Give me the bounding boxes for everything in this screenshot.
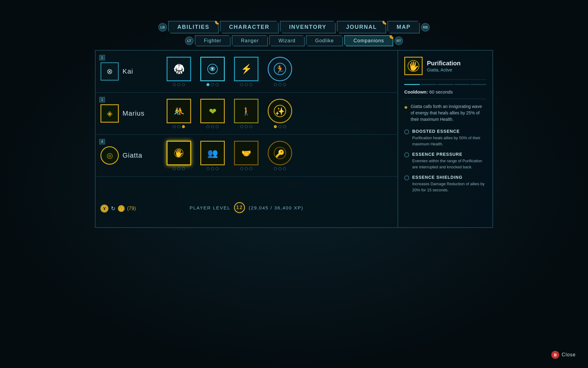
giatta-ability-2-icon: 👥 bbox=[200, 141, 225, 165]
pip bbox=[274, 83, 277, 86]
rt-button[interactable]: RT bbox=[394, 36, 403, 45]
pip bbox=[206, 125, 209, 128]
pip bbox=[245, 167, 248, 170]
companion-row-giatta: 4 ◎ Giatta 🖐 bbox=[96, 135, 398, 177]
upgrade-desc-1: Enemies within the range of Purification… bbox=[412, 158, 486, 170]
kai-ability-3-pips bbox=[240, 83, 252, 86]
pip bbox=[278, 125, 281, 128]
upgrade-essence-pressure[interactable]: ESSENCE PRESSURE Enemies within the rang… bbox=[404, 152, 486, 170]
pip bbox=[173, 167, 176, 170]
pip bbox=[173, 83, 176, 86]
marius-ability-2[interactable]: ❤ bbox=[200, 99, 225, 128]
subtab-fighter[interactable]: Fighter bbox=[195, 35, 231, 46]
pip bbox=[278, 83, 281, 86]
pip bbox=[211, 125, 214, 128]
upgrade-info: ESSENCE SHIELDING Increases Damage Reduc… bbox=[412, 175, 486, 193]
upgrade-circle bbox=[404, 152, 409, 157]
giatta-ability-2[interactable]: 👥 bbox=[200, 141, 225, 170]
pip bbox=[240, 125, 243, 128]
kai-name: Kai bbox=[123, 67, 133, 75]
marius-icon: ◈ bbox=[100, 104, 119, 123]
content-area: 1 ⊗ Kai 🥋 bbox=[95, 50, 493, 228]
tab-map[interactable]: MAP bbox=[387, 21, 420, 33]
marius-ability-4-icon: ✨ bbox=[268, 99, 292, 123]
pip bbox=[182, 167, 185, 170]
kai-ability-3-icon: ⚡ bbox=[234, 57, 258, 81]
tab-character[interactable]: CHARACTER bbox=[220, 21, 279, 33]
tab-inventory[interactable]: INVENTORY bbox=[280, 21, 336, 33]
kai-ability-2-pips bbox=[206, 83, 219, 86]
companion-identity-giatta: 4 ◎ Giatta bbox=[100, 146, 162, 165]
giatta-ability-3-pips bbox=[240, 167, 252, 170]
subtab-ranger[interactable]: Ranger bbox=[232, 35, 268, 46]
upgrade-info: ESSENCE PRESSURE Enemies within the rang… bbox=[412, 152, 486, 170]
giatta-ability-grid: 🖐 👥 bbox=[167, 141, 393, 170]
kai-ability-1-pips bbox=[173, 83, 185, 86]
pip-golden bbox=[274, 125, 277, 128]
marius-ability-1[interactable]: 🤼 bbox=[167, 99, 191, 128]
skill-detail-panel: 🖐 Purification Giatta, Active Cooldown: … bbox=[398, 50, 493, 228]
upgrade-essence-shielding[interactable]: ESSENCE SHIELDING Increases Damage Reduc… bbox=[404, 175, 486, 193]
upgrade-circle bbox=[404, 175, 409, 180]
pip bbox=[278, 167, 281, 170]
upgrade-info: BOOSTED ESSENCE Purification heals allie… bbox=[412, 129, 486, 147]
xp-current: (29,045 / 36,400 XP) bbox=[249, 205, 303, 210]
close-button[interactable]: B Close bbox=[551, 351, 576, 359]
kai-ability-3[interactable]: ⚡ bbox=[234, 57, 258, 86]
skill-title-area: Purification Giatta, Active bbox=[427, 60, 461, 72]
svg-text:👁: 👁 bbox=[209, 65, 216, 73]
tab-journal[interactable]: ! JOURNAL bbox=[337, 21, 386, 33]
upgrade-boosted-essence[interactable]: BOOSTED ESSENCE Purification heals allie… bbox=[404, 129, 486, 147]
marius-ability-3-pips bbox=[240, 125, 252, 128]
top-nav: LB ! ABILITIES CHARACTER INVENTORY ! JOU… bbox=[158, 21, 430, 33]
skill-subtitle: Giatta, Active bbox=[427, 67, 461, 72]
giatta-ability-3[interactable]: 🤝 bbox=[234, 141, 258, 170]
upgrade-name-1: ESSENCE PRESSURE bbox=[412, 152, 486, 157]
lt-button[interactable]: LT bbox=[185, 36, 194, 45]
pip-golden bbox=[182, 125, 185, 128]
marius-ability-2-icon: ❤ bbox=[200, 99, 225, 123]
upgrade-desc-2: Increases Damage Reduction of allies by … bbox=[412, 181, 486, 193]
kai-ability-4-pips bbox=[274, 83, 286, 86]
marius-ability-1-icon: 🤼 bbox=[167, 99, 191, 123]
pip bbox=[240, 83, 243, 86]
xp-row: PLAYER LEVEL 12 (29,045 / 36,400 XP) bbox=[96, 202, 398, 213]
kai-ability-1[interactable]: 🥋 bbox=[167, 57, 191, 86]
close-label: Close bbox=[562, 352, 576, 358]
subtab-companions[interactable]: ! Companions bbox=[344, 35, 393, 46]
upgrade-circle bbox=[404, 129, 409, 134]
skill-title: Purification bbox=[427, 60, 461, 67]
kai-ability-2-icon: 👁 bbox=[200, 57, 225, 81]
giatta-icon: ◎ bbox=[100, 146, 119, 165]
pip bbox=[245, 83, 248, 86]
kai-icon: ⊗ bbox=[100, 62, 119, 81]
giatta-ability-4[interactable]: 🔑 bbox=[268, 141, 292, 170]
giatta-name: Giatta bbox=[123, 151, 142, 159]
giatta-ability-1[interactable]: 🖐 bbox=[167, 141, 191, 170]
kai-ability-2[interactable]: 👁 bbox=[200, 57, 225, 86]
marius-ability-4[interactable]: ✨ bbox=[268, 99, 292, 128]
pip bbox=[211, 167, 214, 170]
pip bbox=[274, 167, 277, 170]
kai-ability-grid: 🥋 👁 bbox=[167, 57, 393, 86]
rb-button[interactable]: RB bbox=[421, 23, 430, 32]
marius-ability-grid: 🤼 ❤ bbox=[167, 99, 393, 128]
tab-abilities[interactable]: ! ABILITIES bbox=[168, 21, 219, 33]
marius-name: Marius bbox=[123, 109, 145, 117]
giatta-level: 4 bbox=[99, 139, 105, 144]
lb-button[interactable]: LB bbox=[158, 23, 167, 32]
giatta-ability-3-icon: 🤝 bbox=[234, 141, 258, 165]
marius-level: 1 bbox=[99, 97, 105, 102]
pip bbox=[216, 83, 219, 86]
pip bbox=[206, 167, 209, 170]
b-button[interactable]: B bbox=[551, 351, 559, 359]
subtab-wizard[interactable]: Wizard bbox=[269, 35, 305, 46]
skill-progress-dots bbox=[404, 84, 486, 85]
marius-ability-3[interactable]: 🚶 bbox=[234, 99, 258, 128]
subtab-godlike[interactable]: Godlike bbox=[306, 35, 343, 46]
svg-text:🤼: 🤼 bbox=[174, 106, 184, 116]
kai-ability-4[interactable]: 🏃 bbox=[268, 57, 292, 86]
companions-alert: ! bbox=[390, 33, 395, 39]
svg-text:🖐: 🖐 bbox=[408, 61, 419, 71]
svg-text:🖐: 🖐 bbox=[174, 148, 183, 157]
